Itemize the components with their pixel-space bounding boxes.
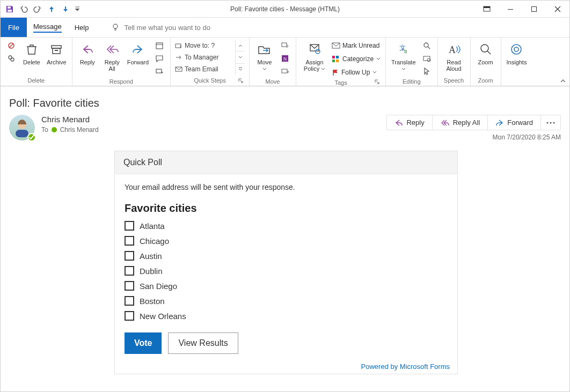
redo-icon xyxy=(33,5,42,13)
related-button[interactable] xyxy=(420,53,433,64)
collapse-ribbon-button[interactable] xyxy=(560,78,566,84)
tags-dialog-launcher[interactable] xyxy=(374,78,380,85)
actions-button[interactable] xyxy=(279,65,291,77)
chevron-down-icon xyxy=(262,68,267,71)
quickstep-moveto[interactable]: Move to: ? xyxy=(175,40,235,51)
reply-button[interactable]: Reply xyxy=(77,40,98,66)
group-zoom: Zoom Zoom xyxy=(471,38,501,86)
message-subject: Poll: Favorite cities xyxy=(9,97,561,109)
minimize-button[interactable] xyxy=(499,1,522,17)
window-controls xyxy=(475,1,569,17)
tell-me-search[interactable]: Tell me what you want to do xyxy=(111,18,210,37)
poll-option[interactable]: New Orleans xyxy=(125,311,448,321)
tell-me-placeholder: Tell me what you want to do xyxy=(124,24,210,32)
qs-scroll-up[interactable] xyxy=(236,40,245,51)
ignore-button[interactable] xyxy=(5,40,18,51)
powered-by-link[interactable]: Powered by Microsoft Forms xyxy=(361,363,450,371)
response-action-bar: Reply Reply All Forward xyxy=(386,115,561,130)
group-label-editing: Editing xyxy=(390,77,433,85)
qat-customize-button[interactable] xyxy=(74,3,81,15)
ribbon-options-icon xyxy=(483,6,491,12)
maximize-button[interactable] xyxy=(522,1,546,17)
svg-rect-44 xyxy=(16,130,28,137)
forward-button[interactable]: Forward xyxy=(126,40,150,66)
follow-up-button[interactable]: Follow Up xyxy=(332,66,381,78)
calendar-icon xyxy=(155,41,164,50)
svg-rect-4 xyxy=(508,9,513,10)
categorize-button[interactable]: Categorize xyxy=(332,53,381,65)
mail-small-icon xyxy=(175,65,182,73)
poll-option[interactable]: San Diego xyxy=(125,281,448,291)
previous-item-button[interactable] xyxy=(46,3,57,15)
checkbox-icon xyxy=(125,236,134,246)
svg-point-6 xyxy=(113,24,118,28)
group-label-speech: Speech xyxy=(442,76,466,85)
svg-line-8 xyxy=(9,43,13,48)
ribbon-display-button[interactable] xyxy=(475,1,499,17)
poll-option-label: San Diego xyxy=(140,282,177,291)
tab-message[interactable]: Message xyxy=(27,18,68,37)
junk-button[interactable] xyxy=(5,53,18,64)
save-button[interactable] xyxy=(4,3,16,15)
maximize-icon xyxy=(531,6,537,12)
sender-avatar[interactable] xyxy=(9,115,35,140)
quickstep-team-email[interactable]: Team Email xyxy=(175,64,235,75)
onenote-button[interactable]: N xyxy=(279,53,291,64)
quicksteps-dialog-launcher[interactable] xyxy=(237,77,244,84)
header-reply-all-button[interactable]: Reply All xyxy=(433,115,488,130)
ellipsis-icon xyxy=(546,122,555,124)
move-button[interactable]: Move xyxy=(254,40,275,73)
arrow-down-icon xyxy=(62,5,69,13)
poll-option-label: Atlanta xyxy=(140,221,165,231)
zoom-button[interactable]: Zoom xyxy=(475,40,496,66)
header-reply-button[interactable]: Reply xyxy=(387,115,432,130)
close-button[interactable] xyxy=(546,1,569,17)
reply-all-button[interactable]: Reply All xyxy=(101,40,123,73)
poll-option[interactable]: Atlanta xyxy=(125,221,448,231)
redo-button[interactable] xyxy=(32,3,43,15)
caret-down-icon xyxy=(238,55,243,60)
group-insights: Insights xyxy=(501,38,532,86)
svg-rect-16 xyxy=(156,69,162,73)
find-button[interactable] xyxy=(420,40,433,51)
checkbox-icon xyxy=(125,266,134,276)
poll-option[interactable]: Chicago xyxy=(125,236,448,246)
poll-option[interactable]: Boston xyxy=(125,296,448,306)
next-item-button[interactable] xyxy=(60,3,71,15)
svg-point-34 xyxy=(424,43,428,47)
more-respond-button[interactable] xyxy=(153,65,166,77)
read-aloud-button[interactable]: A Read Aloud xyxy=(442,40,466,73)
caret-up-icon xyxy=(238,43,243,48)
dialog-launcher-icon xyxy=(375,79,379,84)
message-timestamp: Mon 7/20/2020 8:25 AM xyxy=(493,134,561,141)
assign-policy-button[interactable]: Assign Policy xyxy=(301,40,328,73)
rules-button[interactable] xyxy=(279,40,291,51)
header-forward-button[interactable]: Forward xyxy=(488,115,541,130)
header-more-actions-button[interactable] xyxy=(541,115,560,130)
delete-button[interactable]: Delete xyxy=(21,40,42,66)
folder-move-icon xyxy=(175,42,182,49)
meeting-button[interactable] xyxy=(153,40,166,51)
qs-gallery-button[interactable] xyxy=(236,64,245,75)
forward-im-button[interactable] xyxy=(153,53,166,64)
translate-button[interactable]: 文a Translate xyxy=(390,40,416,73)
mark-unread-button[interactable]: Mark Unread xyxy=(332,40,381,51)
qs-scroll-down[interactable] xyxy=(236,51,245,63)
tab-help[interactable]: Help xyxy=(68,18,96,37)
message-header: Chris Menard To Chris Menard Reply Reply… xyxy=(9,115,561,141)
select-button[interactable] xyxy=(420,65,433,77)
svg-rect-27 xyxy=(332,56,335,58)
group-delete: Delete Archive Delete xyxy=(1,38,72,86)
vote-button[interactable]: Vote xyxy=(125,332,162,354)
undo-button[interactable] xyxy=(18,3,30,15)
rules-icon xyxy=(281,41,289,50)
tab-file[interactable]: File xyxy=(1,18,27,37)
insights-button[interactable]: Insights xyxy=(506,40,528,66)
poll-option[interactable]: Austin xyxy=(125,251,448,261)
view-results-button[interactable]: View Results xyxy=(168,332,238,354)
archive-button[interactable]: Archive xyxy=(46,40,68,66)
svg-rect-30 xyxy=(336,60,339,62)
poll-option[interactable]: Dublin xyxy=(125,266,448,276)
quickstep-to-manager[interactable]: To Manager xyxy=(175,52,235,63)
group-quick-steps: Move to: ? To Manager Team Email Quick S… xyxy=(171,38,250,86)
